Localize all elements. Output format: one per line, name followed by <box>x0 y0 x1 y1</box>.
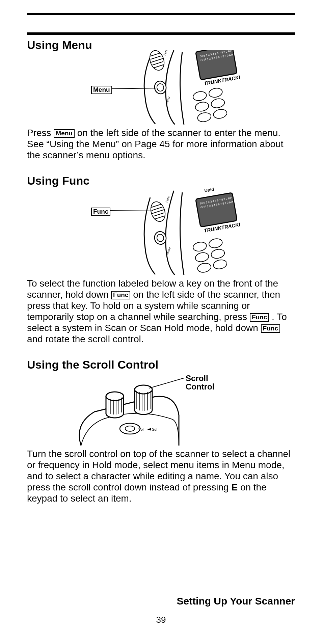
svg-text:Pri: Pri <box>219 240 224 244</box>
svg-text:Vol: Vol <box>138 427 143 431</box>
svg-line-39 <box>109 211 153 211</box>
paragraph-using-func: To select the function labeled below a k… <box>27 278 295 345</box>
svg-text:Rcl: Rcl <box>223 261 229 266</box>
figure-func-label: Func <box>91 208 110 216</box>
figure-func: Func Func Menu <box>91 187 273 275</box>
paragraph-scroll: Turn the scroll control on top of the sc… <box>27 448 295 504</box>
paragraph-using-menu: Press Menu on the left side of the scann… <box>27 127 295 161</box>
page-number: 39 <box>0 615 322 625</box>
svg-point-64 <box>106 392 124 401</box>
section-rule <box>27 32 295 35</box>
svg-text:Func: Func <box>165 195 170 203</box>
scanner-side-drawing: Func Menu SYS 1 2 3 4 5 6 7 8 9 0 ATT PR… <box>91 50 273 125</box>
key-e-inline: E <box>231 482 238 492</box>
key-menu-inline: Menu <box>54 129 75 138</box>
key-func-inline-2: Func <box>250 313 269 322</box>
svg-line-10 <box>110 88 156 89</box>
key-func-inline-1: Func <box>111 291 130 299</box>
key-func-inline-3: Func <box>261 324 280 333</box>
svg-text:Sql: Sql <box>152 427 157 431</box>
svg-text:Rcl: Rcl <box>223 110 229 115</box>
svg-point-18 <box>210 98 225 109</box>
svg-text:Pri: Pri <box>219 89 224 93</box>
heading-scroll: Using the Scroll Control <box>27 358 295 371</box>
scanner-side-drawing-2: Func Menu Unid SYS 1 2 3 4 5 6 7 8 9 0 A… <box>91 187 273 275</box>
p1-text-a: Press <box>27 128 54 138</box>
page: Using Menu Menu Func Menu <box>0 0 322 644</box>
figure-scroll-label: Scroll Control <box>186 374 226 391</box>
p2-text-d: and rotate the scroll control. <box>27 334 144 344</box>
svg-point-60 <box>125 426 135 431</box>
figure-menu: Menu Func Menu <box>91 50 273 125</box>
footer-section-title: Setting Up Your Scanner <box>177 595 295 607</box>
svg-point-72 <box>135 385 152 394</box>
svg-line-79 <box>149 378 184 388</box>
svg-point-48 <box>210 248 225 260</box>
svg-text:Func: Func <box>163 50 168 56</box>
figure-scroll: Scroll Control Vol Sql <box>71 371 240 446</box>
heading-using-menu: Using Menu <box>27 38 295 52</box>
svg-text:Unid: Unid <box>204 187 214 193</box>
figure-menu-label: Menu <box>91 86 112 94</box>
top-double-rule <box>27 13 295 15</box>
heading-using-func: Using Func <box>27 174 295 187</box>
